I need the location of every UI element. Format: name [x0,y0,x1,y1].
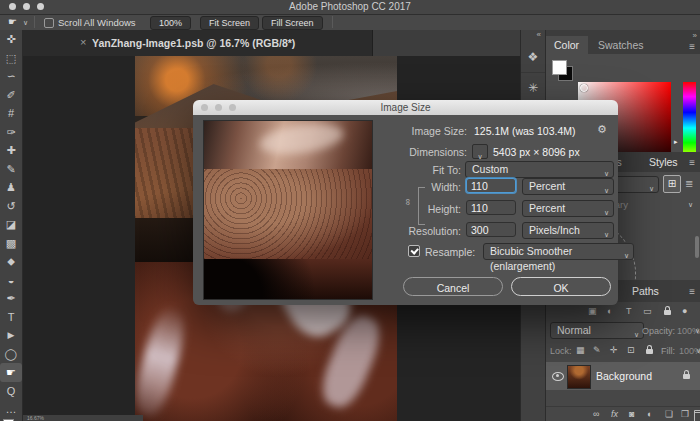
chevron-down-icon: ∨ [634,327,639,342]
resolution-input[interactable] [466,222,516,237]
quick-selection-tool[interactable]: ✐ [0,86,22,105]
height-unit-dropdown[interactable]: Percent ∨ [522,200,614,217]
eraser-tool[interactable]: ◪ [0,215,22,234]
tab-paths[interactable]: Paths [632,285,659,297]
image-preview[interactable] [203,120,373,300]
pen-tool[interactable]: ✒ [0,289,22,308]
clone-stamp-tool[interactable]: ♟ [0,178,22,197]
chevron-down-icon: ∨ [624,248,629,263]
layer-visibility-eye-icon[interactable] [552,372,564,381]
width-label: Width: [393,181,461,193]
dodge-tool[interactable]: ◒ [0,271,22,290]
eraser-icon: ◪ [6,218,16,230]
width-input[interactable] [466,178,516,193]
hue-slider-pointer[interactable]: ▸ [674,138,678,146]
tab-color[interactable]: Color [546,36,588,54]
scrollbar-thumb[interactable] [695,236,699,258]
chevron-down-icon[interactable]: ∨ [696,347,700,355]
resolution-unit-dropdown[interactable]: Pixels/Inch ∨ [522,222,614,239]
type-tool[interactable]: T [0,308,22,327]
document-tab-title: YanZhang-Image1.psb @ 16.7% (RGB/8*) [92,37,295,49]
filter-adjustment-layers-icon[interactable]: ◐ [607,306,612,316]
fill-screen-button[interactable]: Fill Screen [262,16,323,30]
resample-method-dropdown[interactable]: Bicubic Smoother (enlargement) ∨ [483,243,634,260]
blur-tool[interactable]: ⬥ [0,252,22,271]
lock-move-icon[interactable]: ✛ [610,345,618,355]
move-tool[interactable]: ✜ [0,30,22,49]
panel-menu-icon[interactable]: ≡ [689,286,695,297]
close-tab-icon[interactable]: × [80,36,86,48]
gradient-tool[interactable]: ▩ [0,234,22,253]
layer-row-background[interactable]: Background [546,362,700,390]
chevron-down-icon[interactable]: ∨ [695,327,700,335]
fit-screen-button[interactable]: Fit Screen [200,16,259,30]
lasso-tool[interactable]: ∽ [0,67,22,86]
eyedropper-tool[interactable]: ✑ [0,123,22,142]
dialog-titlebar[interactable]: Image Size [193,100,618,116]
marquee-tool[interactable]: ⬚ [0,49,22,68]
lock-transparency-icon[interactable]: ▦ [576,345,585,355]
tab-swatches[interactable]: Swatches [598,39,644,51]
foreground-color-swatch[interactable] [552,60,567,75]
lock-all-icon[interactable] [646,349,653,354]
scroll-all-windows-checkbox[interactable] [44,18,54,28]
filter-toggle-icon[interactable]: ● [682,306,687,316]
fit-to-value: Custom [472,163,508,175]
filter-type-layers-icon[interactable]: T [626,306,632,316]
delete-layer-icon[interactable] [694,410,700,421]
layer-mask-icon[interactable]: ◙ [629,409,634,419]
link-layers-icon[interactable]: ∞ [593,409,599,419]
cancel-button[interactable]: Cancel [403,277,503,296]
filter-locked-layers-icon[interactable] [664,310,671,315]
lock-paint-icon[interactable]: ✎ [593,345,601,355]
fit-to-dropdown[interactable]: Custom ∨ [465,161,614,178]
height-unit-value: Percent [529,202,565,214]
filter-pixel-layers-icon[interactable]: ▣ [588,306,597,316]
blend-mode-dropdown[interactable]: Normal ∨ [550,322,644,339]
expand-panels-icon[interactable]: « [521,30,545,42]
ok-button[interactable]: OK [511,277,611,296]
layer-name[interactable]: Background [596,370,652,382]
tab-styles[interactable]: Styles [649,156,678,168]
adjustment-layer-icon[interactable]: ◐ [647,409,652,419]
layer-effects-icon[interactable]: fx [611,409,618,419]
brush-tool[interactable]: ✎ [0,160,22,179]
gear-icon[interactable]: ⚙ [597,123,607,136]
height-input[interactable] [466,200,516,215]
new-group-icon[interactable]: ❏ [665,409,673,419]
healing-brush-tool[interactable]: ✚ [0,141,22,160]
new-layer-icon[interactable]: ❐ [681,409,689,419]
list-view-button[interactable]: ≣ [685,178,693,189]
chevron-down-icon: ∨ [477,153,482,160]
collapse-panels-icon[interactable]: » [693,31,697,40]
document-tab[interactable]: × YanZhang-Image1.psb @ 16.7% (RGB/8*) [22,30,373,56]
edit-toolbar-button[interactable]: … [0,400,22,419]
chevron-down-icon[interactable]: ∨ [688,201,693,209]
crop-tool[interactable]: # [0,104,22,123]
hand-tool[interactable]: ☛ [0,363,22,382]
window-titlebar: Adobe Photoshop CC 2017 [0,0,700,15]
zoom-100-button[interactable]: 100% [150,16,191,30]
layers-bottom-bar: ∞ fx ◙ ◐ ❏ ❐ [546,406,700,421]
window-title: Adobe Photoshop CC 2017 [0,1,700,12]
hand-icon: ☛ [6,366,16,378]
brush-settings-panel-button[interactable]: ❖ [521,42,545,73]
history-brush-tool[interactable]: ↺ [0,197,22,216]
color-picker-marker[interactable] [580,84,588,92]
waterfall-streak [135,304,191,419]
resample-checkbox[interactable] [408,245,420,257]
path-selection-tool[interactable]: ▶ [0,326,22,345]
zoom-tool[interactable]: Q [0,382,22,401]
filter-shape-layers-icon[interactable]: ▭ [643,306,652,316]
shape-tool[interactable]: ◯ [0,345,22,364]
photoshop-window: Adobe Photoshop CC 2017 ☛ ∨ Scroll All W… [0,0,700,421]
width-unit-dropdown[interactable]: Percent ∨ [522,178,614,195]
panel-menu-icon[interactable]: ≡ [689,41,695,52]
dimensions-unit-dropdown[interactable]: ∨ [472,144,488,159]
panel-menu-icon[interactable]: ≡ [689,157,695,168]
layer-thumbnail[interactable] [567,365,591,389]
lock-artboard-icon[interactable]: ⊡ [627,345,635,355]
grid-view-button[interactable]: ⊞ [663,175,681,193]
status-zoom[interactable]: 16.67% [27,415,44,421]
chevron-down-icon[interactable]: ∨ [23,19,28,27]
